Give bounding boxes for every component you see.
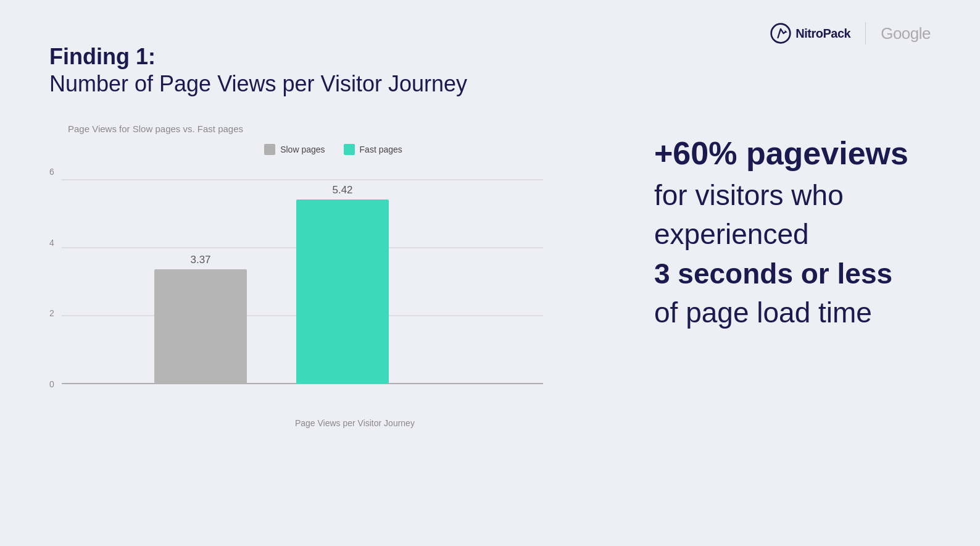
nitropack-logo: NitroPack bbox=[770, 22, 850, 44]
legend-fast-label: Fast pages bbox=[360, 145, 402, 154]
google-label: Google bbox=[881, 24, 931, 43]
stat-line4: of page load time bbox=[654, 296, 913, 330]
chart-svg: 3.37 5.42 bbox=[62, 167, 617, 408]
x-axis-label: Page Views per Visitor Journey bbox=[62, 418, 617, 428]
logo-divider bbox=[865, 22, 866, 44]
bar-slow bbox=[154, 269, 247, 384]
legend-color-slow-icon bbox=[264, 144, 275, 155]
stat-line1: for visitors who bbox=[654, 178, 913, 212]
svg-point-0 bbox=[771, 24, 791, 43]
bar-fast-value: 5.42 bbox=[332, 184, 352, 196]
bar-slow-value: 3.37 bbox=[190, 254, 210, 266]
legend-slow-label: Slow pages bbox=[280, 145, 325, 154]
page-container: NitroPack Google Finding 1: Number of Pa… bbox=[0, 0, 980, 546]
y-label-0: 0 bbox=[49, 380, 54, 388]
stats-section: +60% pageviews for visitors who experien… bbox=[654, 124, 913, 330]
title-section: Finding 1: Number of Page Views per Visi… bbox=[49, 43, 931, 99]
legend-item-fast: Fast pages bbox=[344, 144, 402, 155]
stat-headline: +60% pageviews bbox=[654, 136, 913, 171]
bar-chart-wrapper: 0 2 4 6 bbox=[49, 167, 617, 428]
legend-item-slow: Slow pages bbox=[264, 144, 325, 155]
stat-line3: 3 seconds or less bbox=[654, 257, 913, 291]
nitropack-icon bbox=[770, 22, 792, 44]
y-axis: 0 2 4 6 bbox=[49, 167, 62, 390]
nitropack-label: NitroPack bbox=[795, 27, 850, 41]
chart-area: 3.37 5.42 Page Views per Visitor Journey bbox=[62, 167, 617, 428]
y-label-4: 4 bbox=[49, 238, 54, 247]
finding-subtitle: Number of Page Views per Visitor Journey bbox=[49, 70, 931, 99]
chart-title: Page Views for Slow pages vs. Fast pages bbox=[68, 124, 617, 134]
stat-line2: experienced bbox=[654, 217, 913, 251]
y-label-2: 2 bbox=[49, 309, 54, 317]
chart-legend: Slow pages Fast pages bbox=[49, 144, 617, 155]
bar-fast bbox=[296, 200, 389, 384]
legend-color-fast-icon bbox=[344, 144, 355, 155]
finding-label: Finding 1: bbox=[49, 43, 931, 70]
logos-area: NitroPack Google bbox=[770, 22, 931, 44]
y-label-6: 6 bbox=[49, 167, 54, 176]
content-area: Page Views for Slow pages vs. Fast pages… bbox=[49, 124, 931, 428]
chart-section: Page Views for Slow pages vs. Fast pages… bbox=[49, 124, 617, 428]
